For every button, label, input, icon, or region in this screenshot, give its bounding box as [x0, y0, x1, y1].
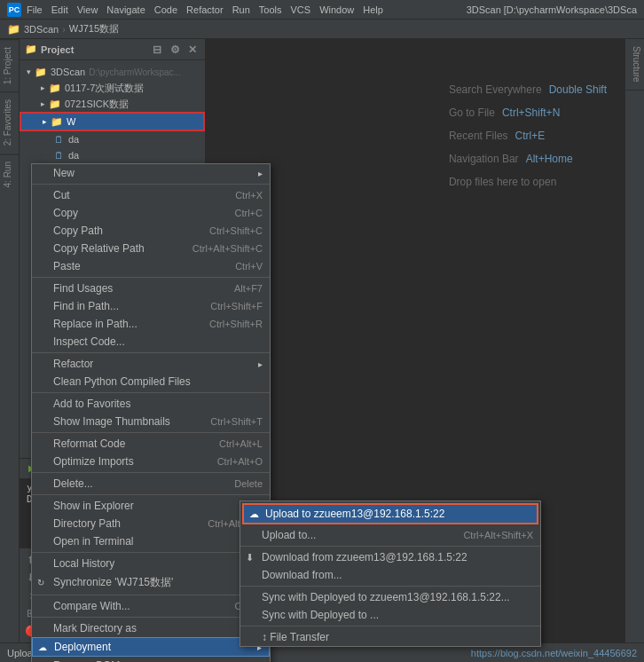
tree-arrow-root: ▾ [23, 67, 34, 77]
ctx-copy-rel-shortcut: Ctrl+Alt+Shift+C [192, 243, 263, 254]
ctx-delete-label: Delete... [53, 477, 93, 490]
ctx-copy-rel-path-label: Copy Relative Path [53, 242, 145, 255]
ctx-replace-path[interactable]: Replace in Path... Ctrl+Shift+R [32, 315, 270, 333]
ctx-dir-path[interactable]: Directory Path Ctrl+Alt+F12 [32, 515, 270, 532]
ctx-find-usages-label: Find Usages [53, 282, 113, 295]
ctx-replace-shortcut: Ctrl+Shift+R [209, 319, 263, 329]
left-sidebar-tabs: 1: Project 2: Favorites 4: Run [0, 39, 20, 642]
deploy-sync-deployed-server[interactable]: Sync with Deployed to zzueem13@192.168.1… [240, 588, 540, 606]
ctx-copy-label: Copy [53, 207, 78, 219]
menu-view[interactable]: View [77, 4, 98, 15]
deploy-download-from[interactable]: Download from... [240, 566, 540, 584]
deploy-download-from-label: Download from... [262, 569, 342, 581]
menu-window[interactable]: Window [319, 4, 354, 15]
tree-item-1[interactable]: ▸ 📁 0721SICK数据 [20, 96, 205, 112]
ctx-reformat[interactable]: Reformat Code Ctrl+Alt+L [32, 435, 270, 453]
shortcut-nav-bar: Navigation Bar Alt+Home [449, 153, 607, 165]
deploy-file-transfer[interactable]: ↕ File Transfer [240, 628, 540, 646]
tree-item-da2[interactable]: 🗒 da [20, 147, 205, 163]
ctx-cut-label: Cut [53, 189, 70, 201]
ctx-sep-9 [32, 595, 270, 595]
tree-item-da1[interactable]: 🗒 da [20, 131, 205, 147]
ctx-new[interactable]: New ▸ [32, 164, 270, 182]
ctx-find-path[interactable]: Find in Path... Ctrl+Shift+F [32, 297, 270, 315]
sidebar-tab-run[interactable]: 4: Run [0, 154, 19, 194]
right-sidebar-tabs: Structure [624, 39, 644, 642]
ctx-find-usages-shortcut: Alt+F7 [234, 283, 263, 294]
ctx-find-path-shortcut: Ctrl+Shift+F [210, 301, 263, 311]
ctx-show-images-shortcut: Ctrl+Shift+T [210, 416, 263, 427]
ctx-paste[interactable]: Paste Ctrl+V [32, 257, 270, 275]
sidebar-tab-project[interactable]: 1: Project [0, 39, 19, 91]
ctx-optimize-imports[interactable]: Optimize Imports Ctrl+Alt+O [32, 453, 270, 470]
close-panel-icon[interactable]: ✕ [185, 43, 200, 57]
collapse-all-icon[interactable]: ⊟ [150, 43, 164, 57]
ctx-sep-8 [32, 552, 270, 553]
ctx-deployment[interactable]: ☁ Deployment ▸ [32, 637, 270, 657]
menu-navigate[interactable]: Navigate [106, 4, 145, 15]
project-folder-icon: 📁 [25, 43, 37, 55]
ctx-optimize-shortcut: Ctrl+Alt+O [217, 456, 263, 467]
tree-root[interactable]: ▾ 📁 3DScan D:\pycharmWorkspac... [20, 64, 205, 80]
ctx-cut[interactable]: Cut Ctrl+X [32, 186, 270, 204]
menu-code[interactable]: Code [154, 4, 177, 15]
ctx-copy-rel-path[interactable]: Copy Relative Path Ctrl+Alt+Shift+C [32, 240, 270, 257]
tree-label-1: 0721SICK数据 [65, 98, 129, 111]
deploy-download-label: Download from zzueem13@192.168.1.5:22 [262, 551, 467, 563]
deploy-sep-2 [240, 586, 540, 587]
tree-arrow-0: ▸ [37, 83, 48, 93]
folder-icon-w: 📁 [50, 114, 64, 129]
menu-file[interactable]: File [27, 4, 43, 15]
ctx-mark-dir[interactable]: Mark Directory as ▸ [32, 619, 270, 637]
project-header: 📁 Project ⊟ ⚙ ✕ [20, 39, 205, 60]
project-title: Project [41, 44, 74, 55]
ctx-copy-path-shortcut: Ctrl+Shift+C [209, 225, 263, 236]
folder-icon-1: 📁 [48, 97, 62, 111]
deploy-upload-to-server[interactable]: ☁ Upload to zzueem13@192.168.1.5:22 [242, 503, 538, 524]
menu-tools[interactable]: Tools [259, 4, 282, 15]
breadcrumb-child[interactable]: WJ715数据 [69, 22, 119, 35]
tree-root-path: D:\pycharmWorkspac... [89, 67, 181, 77]
tree-root-label: 3DScan [51, 67, 85, 77]
settings-icon[interactable]: ⚙ [168, 43, 182, 57]
ctx-copy[interactable]: Copy Ctrl+C [32, 204, 270, 222]
ctx-inspect[interactable]: Inspect Code... [32, 333, 270, 351]
menu-bar-items[interactable]: File Edit View Navigate Code Refactor Ru… [27, 4, 383, 15]
file-icon-da2: 🗒 [51, 148, 66, 162]
ctx-open-terminal[interactable]: Open in Terminal [32, 532, 270, 550]
ctx-remove-bom[interactable]: Remove BOM [32, 657, 270, 662]
ctx-synchronize[interactable]: ↻ Synchronize 'WJ715数据' [32, 572, 270, 593]
ctx-show-images[interactable]: Show Image Thumbnails Ctrl+Shift+T [32, 413, 270, 430]
sidebar-tab-favorites[interactable]: 2: Favorites [0, 91, 19, 153]
menu-refactor[interactable]: Refactor [186, 4, 224, 15]
breadcrumb-root[interactable]: 3DScan [24, 24, 59, 35]
ctx-compare-with[interactable]: Compare With... Ctrl+D [32, 597, 270, 615]
menu-help[interactable]: Help [363, 4, 383, 15]
ctx-delete[interactable]: Delete... Delete [32, 475, 270, 493]
ctx-refactor[interactable]: Refactor ▸ [32, 355, 270, 373]
shortcut-drop: Drop files here to open [449, 176, 607, 188]
ctx-sep-5 [32, 432, 270, 433]
ctx-show-explorer[interactable]: Show in Explorer [32, 497, 270, 515]
ctx-copy-path[interactable]: Copy Path Ctrl+Shift+C [32, 222, 270, 240]
ctx-open-terminal-label: Open in Terminal [53, 535, 134, 548]
ctx-find-usages[interactable]: Find Usages Alt+F7 [32, 280, 270, 297]
deploy-upload-to-label: Upload to... [262, 529, 316, 541]
deploy-sync-deployed[interactable]: Sync with Deployed to ... [240, 606, 540, 624]
tree-item-w[interactable]: ▸ 📁 W [20, 112, 205, 131]
ctx-sync-icon: ↻ [37, 578, 44, 587]
deploy-upload-to[interactable]: Upload to... Ctrl+Alt+Shift+X [240, 526, 540, 544]
deploy-download-from-server[interactable]: ⬇ Download from zzueem13@192.168.1.5:22 [240, 548, 540, 566]
tree-item-0[interactable]: ▸ 📁 0117-7次测试数据 [20, 80, 205, 96]
menu-edit[interactable]: Edit [51, 4, 68, 15]
ctx-local-history[interactable]: Local History ▸ [32, 555, 270, 572]
ctx-sep-10 [32, 617, 270, 618]
shortcut-goto-file: Go to File Ctrl+Shift+N [449, 106, 607, 119]
ctx-clean-python[interactable]: Clean Python Compiled Files [32, 373, 270, 390]
right-tab-structure[interactable]: Structure [625, 39, 644, 91]
ctx-add-fav[interactable]: Add to Favorites [32, 395, 270, 413]
deploy-file-transfer-label: ↕ File Transfer [262, 631, 329, 643]
menu-run[interactable]: Run [232, 4, 250, 15]
goto-key: Ctrl+Shift+N [502, 106, 560, 119]
menu-vcs[interactable]: VCS [291, 4, 311, 15]
